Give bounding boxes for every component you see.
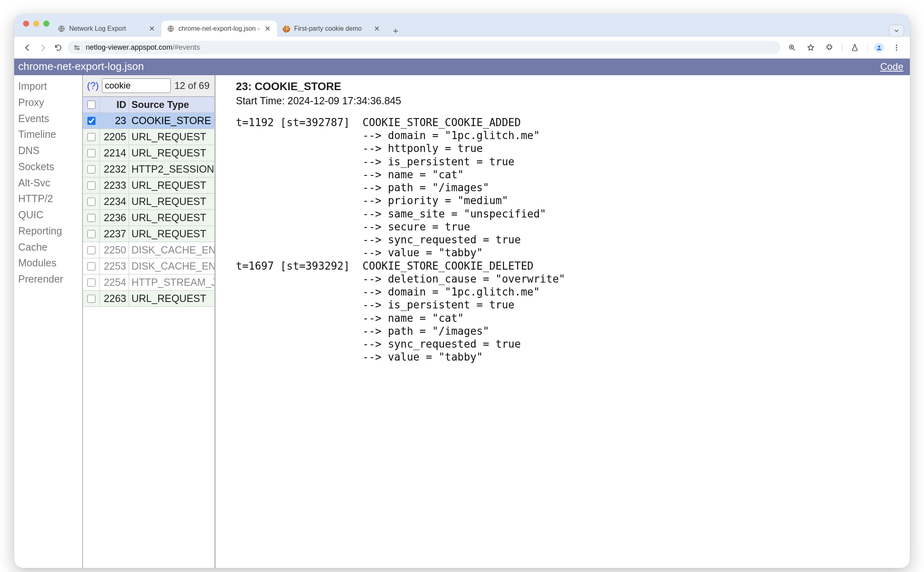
- row-id: 23: [100, 113, 129, 129]
- row-source-type: DISK_CACHE_ENTR: [129, 258, 214, 274]
- toolbar: netlog-viewer.appspot.com/#events: [14, 37, 910, 59]
- zoom-window-button[interactable]: [43, 21, 49, 27]
- table-row[interactable]: 2253DISK_CACHE_ENTR: [83, 258, 214, 274]
- row-checkbox[interactable]: [87, 295, 95, 303]
- bookmark-star-icon[interactable]: [805, 42, 817, 54]
- row-checkbox-cell: [83, 210, 100, 226]
- row-checkbox[interactable]: [87, 262, 95, 270]
- table-row[interactable]: 2234URL_REQUEST: [83, 194, 214, 210]
- labs-icon[interactable]: [849, 42, 861, 54]
- row-id: 2263: [100, 291, 129, 306]
- sidebar: ImportProxyEventsTimelineDNSSocketsAlt-S…: [14, 75, 82, 568]
- event-details-panel: 23: COOKIE_STORE Start Time: 2024-12-09 …: [216, 75, 910, 568]
- filter-input[interactable]: [102, 78, 171, 93]
- row-id: 2253: [100, 258, 129, 274]
- header-id[interactable]: ID: [100, 97, 129, 112]
- row-checkbox[interactable]: [87, 246, 95, 254]
- back-button[interactable]: [21, 42, 34, 54]
- table-row[interactable]: 2237URL_REQUEST: [83, 226, 214, 242]
- extensions-icon[interactable]: [823, 42, 835, 54]
- row-checkbox-cell: [83, 226, 100, 242]
- table-row[interactable]: 2214URL_REQUEST: [83, 145, 214, 161]
- tab-cookie-demo[interactable]: 🍪 First-party cookie demo ✕: [277, 21, 386, 37]
- row-checkbox[interactable]: [87, 214, 95, 222]
- sidebar-item-prerender[interactable]: Prerender: [18, 271, 78, 287]
- row-source-type: HTTP2_SESSION: [129, 161, 214, 177]
- app-body: ImportProxyEventsTimelineDNSSocketsAlt-S…: [14, 75, 910, 568]
- table-row[interactable]: 2236URL_REQUEST: [83, 210, 214, 226]
- event-header-id: 23: COOKIE_STORE: [236, 80, 910, 94]
- row-checkbox[interactable]: [87, 230, 95, 238]
- close-window-button[interactable]: [23, 21, 29, 27]
- tab-netlog-viewer[interactable]: chrome-net-export-log.json - ✕: [161, 21, 277, 37]
- window-controls: [23, 21, 49, 27]
- filter-help-link[interactable]: (?): [87, 80, 99, 91]
- forward-button[interactable]: [37, 42, 49, 54]
- row-checkbox[interactable]: [87, 279, 95, 287]
- globe-icon: [167, 25, 174, 32]
- sidebar-item-proxy[interactable]: Proxy: [18, 95, 78, 111]
- row-id: 2254: [100, 274, 129, 290]
- close-tab-icon[interactable]: ✕: [148, 25, 156, 32]
- code-link[interactable]: Code: [880, 61, 903, 72]
- svg-point-2: [75, 45, 77, 47]
- table-row[interactable]: 2250DISK_CACHE_ENTR: [83, 242, 214, 258]
- app-title-bar: chrome-net-export-log.json Code: [14, 59, 910, 75]
- row-source-type: URL_REQUEST: [129, 177, 214, 193]
- table-row[interactable]: 2233URL_REQUEST: [83, 177, 214, 194]
- row-checkbox-cell: [83, 258, 100, 274]
- event-header-time: Start Time: 2024-12-09 17:34:36.845: [236, 95, 910, 107]
- sidebar-item-sockets[interactable]: Sockets: [18, 159, 78, 175]
- browser-window: Network Log Export ✕ chrome-net-export-l…: [14, 14, 910, 568]
- filter-bar: (?) 12 of 69: [83, 75, 214, 97]
- table-row[interactable]: 2254HTTP_STREAM_JO: [83, 274, 214, 291]
- row-checkbox[interactable]: [87, 182, 95, 190]
- address-bar[interactable]: netlog-viewer.appspot.com/#events: [68, 41, 780, 54]
- close-tab-icon[interactable]: ✕: [373, 25, 381, 32]
- row-checkbox[interactable]: [87, 117, 95, 125]
- site-info-icon[interactable]: [73, 44, 81, 51]
- svg-point-8: [896, 49, 897, 51]
- sidebar-item-http-2[interactable]: HTTP/2: [18, 191, 78, 207]
- table-row[interactable]: 2205URL_REQUEST: [83, 129, 214, 145]
- row-checkbox[interactable]: [87, 149, 95, 157]
- row-checkbox-cell: [83, 113, 100, 129]
- sidebar-item-reporting[interactable]: Reporting: [18, 223, 78, 239]
- events-panel: (?) 12 of 69 ID Source Type 23COOKIE_STO…: [82, 75, 216, 568]
- row-id: 2205: [100, 129, 129, 145]
- row-checkbox[interactable]: [87, 133, 95, 141]
- new-tab-button[interactable]: ＋: [389, 25, 403, 37]
- tab-overflow-button[interactable]: [889, 25, 904, 37]
- sidebar-item-events[interactable]: Events: [18, 111, 78, 127]
- row-checkbox[interactable]: [87, 198, 95, 206]
- row-checkbox[interactable]: [87, 165, 95, 173]
- close-tab-icon[interactable]: ✕: [264, 25, 271, 32]
- reload-button[interactable]: [52, 42, 64, 54]
- row-source-type: URL_REQUEST: [129, 210, 214, 226]
- table-row[interactable]: 23COOKIE_STORE: [83, 113, 214, 129]
- sidebar-item-dns[interactable]: DNS: [18, 143, 78, 159]
- row-checkbox-cell: [83, 129, 100, 145]
- row-id: 2234: [100, 194, 129, 209]
- row-checkbox-cell: [83, 242, 100, 258]
- minimize-window-button[interactable]: [33, 21, 39, 27]
- sidebar-item-modules[interactable]: Modules: [18, 255, 78, 271]
- kebab-menu-icon[interactable]: [890, 42, 903, 54]
- table-row[interactable]: 2232HTTP2_SESSION: [83, 161, 214, 177]
- header-source-type[interactable]: Source Type: [129, 97, 214, 112]
- tab-title: First-party cookie demo: [294, 25, 369, 32]
- select-all-checkbox[interactable]: [87, 101, 95, 109]
- tab-network-log-export[interactable]: Network Log Export ✕: [52, 21, 161, 37]
- zoom-icon[interactable]: [786, 42, 798, 54]
- table-row[interactable]: 2263URL_REQUEST: [83, 291, 214, 307]
- profile-avatar[interactable]: [874, 43, 884, 53]
- row-source-type: URL_REQUEST: [129, 226, 214, 242]
- row-checkbox-cell: [83, 291, 100, 306]
- row-source-type: URL_REQUEST: [129, 145, 214, 161]
- row-checkbox-cell: [83, 274, 100, 290]
- sidebar-item-timeline[interactable]: Timeline: [18, 127, 78, 143]
- sidebar-item-import[interactable]: Import: [18, 78, 78, 95]
- sidebar-item-quic[interactable]: QUIC: [18, 207, 78, 223]
- sidebar-item-cache[interactable]: Cache: [18, 239, 78, 255]
- sidebar-item-alt-svc[interactable]: Alt-Svc: [18, 175, 78, 191]
